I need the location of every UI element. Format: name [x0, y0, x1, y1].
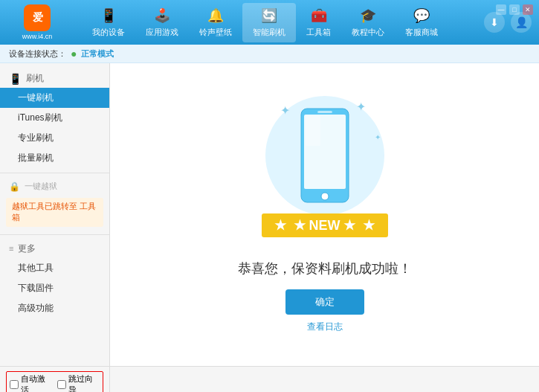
confirm-button[interactable]: 确定 [285, 289, 364, 315]
logo-icon: 爱 [24, 4, 51, 31]
nav-ringtone-label: 铃声壁纸 [199, 27, 232, 38]
sparkle-icon-1: ✦ [280, 103, 290, 118]
sidebar-item-batch-flash[interactable]: 批量刷机 [0, 148, 109, 168]
phone-svg [295, 107, 355, 211]
sidebar-notice: 越狱工具已跳转至 工具箱 [6, 198, 103, 227]
status-bar: 设备连接状态： ● 正常模式 [0, 45, 539, 63]
service-icon: 💬 [413, 7, 430, 24]
nav-my-device-label: 我的设备 [92, 27, 125, 38]
sidebar-divider-1 [0, 173, 109, 173]
header-right: ⬇ 👤 [484, 12, 532, 33]
svg-rect-3 [317, 111, 332, 113]
more-section-icon: ≡ [9, 244, 13, 253]
guide-label[interactable]: 跳过向导 [57, 373, 100, 392]
device-panel: 自动激活 跳过向导 📱 iPhone 15 Pro Max 512GB iPho… [0, 367, 110, 392]
download-button[interactable]: ⬇ [484, 12, 505, 33]
sidebar-item-other-tools[interactable]: 其他工具 [0, 258, 109, 278]
sidebar: 📱 刷机 一键刷机 iTunes刷机 专业刷机 批量刷机 [0, 63, 110, 366]
sparkle-icon-2: ✦ [356, 100, 366, 114]
nav-apps-games-label: 应用游戏 [146, 27, 178, 38]
sidebar-more-header: ≡ 更多 [0, 240, 109, 258]
flash-section-icon: 📱 [9, 73, 22, 85]
sidebar-item-one-click-flash[interactable]: 一键刷机 [0, 88, 109, 108]
nav-service[interactable]: 💬 客服商城 [395, 3, 448, 42]
ringtone-icon: 🔔 [207, 7, 224, 24]
nav-service-label: 客服商城 [405, 27, 438, 38]
svg-point-2 [321, 193, 329, 200]
window-controls: — □ ✕ [496, 4, 533, 15]
nav-smart-flash[interactable]: 🔄 智能刷机 [242, 3, 296, 42]
status-dot: ● [71, 48, 77, 60]
nav-apps-games[interactable]: 🕹️ 应用游戏 [135, 3, 189, 42]
auto-activate-checkbox[interactable] [10, 380, 19, 389]
sidebar-divider-2 [0, 234, 109, 235]
my-device-icon: 📱 [100, 7, 117, 24]
bottom-status-bar: V7.98.66 客服 微信公众号 检查更新 [110, 367, 539, 392]
nav-ringtone[interactable]: 🔔 铃声壁纸 [189, 3, 242, 42]
sidebar-item-pro-flash[interactable]: 专业刷机 [0, 128, 109, 148]
content-area: ✦ ✦ ✦ ★ [110, 63, 539, 366]
tutorial-icon: 🎓 [360, 7, 376, 24]
sidebar-flash-label: 刷机 [26, 72, 44, 85]
sidebar-item-advanced[interactable]: 高级功能 [0, 298, 109, 318]
main-layout: 📱 刷机 一键刷机 iTunes刷机 专业刷机 批量刷机 [0, 63, 539, 366]
sparkle-icon-3: ✦ [375, 133, 381, 141]
sidebar-flash-header: 📱 刷机 [0, 69, 109, 88]
lock-icon: 🔒 [9, 181, 20, 192]
sidebar-item-itunes-flash[interactable]: iTunes刷机 [0, 108, 109, 128]
toolbox-icon: 🧰 [311, 7, 327, 24]
nav-my-device[interactable]: 📱 我的设备 [82, 3, 135, 42]
new-badge: ★ ★ NEW ★ ★ [261, 213, 387, 237]
auto-activate-label[interactable]: 自动激活 [10, 373, 53, 392]
device-checkbox-row: 自动激活 跳过向导 [6, 371, 103, 392]
nav-toolbox-label: 工具箱 [306, 27, 331, 38]
close-button[interactable]: ✕ [523, 4, 533, 15]
guide-checkbox[interactable] [57, 380, 66, 389]
nav-tutorial-label: 教程中心 [352, 27, 384, 38]
star-icon-left: ★ [274, 218, 286, 233]
phone-illustration: ✦ ✦ ✦ ★ [258, 96, 392, 245]
smart-flash-icon: 🔄 [261, 7, 277, 24]
nav-toolbox[interactable]: 🧰 工具箱 [296, 3, 341, 42]
bottom-panel: 自动激活 跳过向导 📱 iPhone 15 Pro Max 512GB iPho… [0, 366, 539, 392]
status-label: 设备连接状态： [9, 48, 66, 60]
nav-smart-flash-label: 智能刷机 [253, 27, 285, 38]
nav-items: 📱 我的设备 🕹️ 应用游戏 🔔 铃声壁纸 🔄 智能刷机 🧰 工具箱 [82, 3, 484, 42]
user-button[interactable]: 👤 [511, 12, 532, 33]
nav-tutorial[interactable]: 🎓 教程中心 [341, 3, 395, 42]
star-icon-right: ★ [363, 218, 375, 233]
sidebar-jailbreak-disabled: 🔒 一键越狱 [0, 178, 109, 195]
header: 爱 www.i4.cn 📱 我的设备 🕹️ 应用游戏 🔔 铃声壁纸 🔄 智能 [0, 0, 539, 45]
success-text: 恭喜您，保资料刷机成功啦！ [238, 260, 412, 277]
sidebar-item-download-firmware[interactable]: 下载固件 [0, 278, 109, 298]
minimize-button[interactable]: — [496, 4, 506, 15]
svg-rect-4 [306, 116, 320, 146]
logo-area: 爱 www.i4.cn [7, 4, 67, 40]
apps-games-icon: 🕹️ [154, 7, 170, 24]
log-link[interactable]: 查看日志 [307, 321, 343, 333]
logo-subtitle: www.i4.cn [22, 33, 53, 40]
status-value: 正常模式 [81, 48, 114, 60]
maximize-button[interactable]: □ [509, 4, 520, 15]
